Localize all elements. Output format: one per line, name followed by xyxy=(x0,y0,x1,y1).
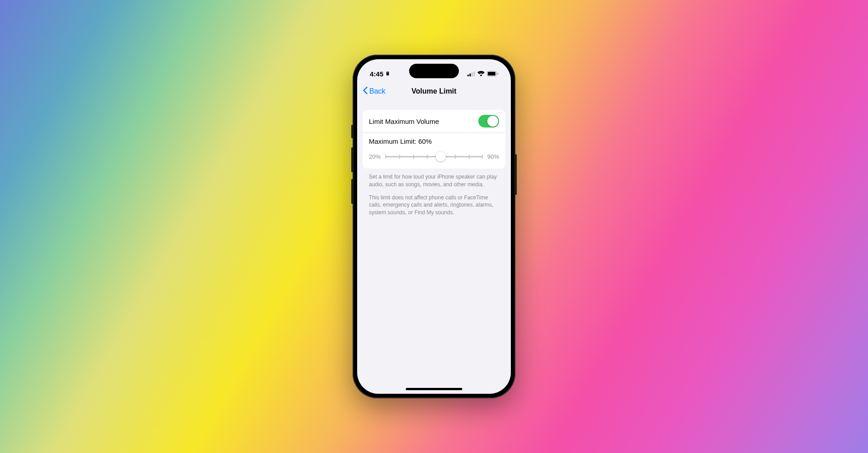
slider-tick xyxy=(455,155,456,159)
slider-section: Maximum Limit: 60% 20% xyxy=(363,133,505,169)
status-left: 4:45 xyxy=(370,70,390,78)
svg-rect-2 xyxy=(467,75,469,76)
max-limit-label: Maximum Limit: 60% xyxy=(369,137,499,145)
slider-tick xyxy=(413,155,414,159)
svg-rect-4 xyxy=(472,72,473,76)
slider-tick xyxy=(385,155,386,159)
svg-rect-7 xyxy=(488,72,495,76)
silent-switch xyxy=(351,125,353,138)
nav-bar: Back Volume Limit xyxy=(357,82,511,101)
slider-max-label: 90% xyxy=(487,153,499,160)
cellular-icon xyxy=(467,71,475,76)
limit-toggle-row: Limit Maximum Volume xyxy=(363,110,505,133)
slider-thumb[interactable] xyxy=(436,151,446,161)
back-label: Back xyxy=(369,87,386,95)
chevron-left-icon xyxy=(363,86,368,96)
dynamic-island xyxy=(409,64,459,78)
limit-toggle[interactable] xyxy=(478,115,499,127)
back-button[interactable]: Back xyxy=(363,86,386,96)
svg-rect-3 xyxy=(470,73,471,76)
slider-tick xyxy=(482,155,483,159)
status-time: 4:45 xyxy=(370,70,383,78)
volume-slider[interactable] xyxy=(385,151,483,161)
footer-text: Set a limit for how loud your iPhone spe… xyxy=(363,169,505,217)
slider-tick xyxy=(427,155,428,159)
settings-card: Limit Maximum Volume Maximum Limit: 60% … xyxy=(363,110,505,169)
phone-screen: 4:45 Bac xyxy=(357,59,511,394)
home-indicator[interactable] xyxy=(406,388,462,390)
toggle-knob xyxy=(487,116,498,127)
phone-frame: 4:45 Bac xyxy=(353,55,515,398)
svg-rect-5 xyxy=(474,71,475,76)
battery-icon xyxy=(487,71,498,76)
slider-track xyxy=(385,156,483,157)
slider-min-label: 20% xyxy=(369,153,381,160)
svg-rect-1 xyxy=(387,72,388,72)
volume-up-hw xyxy=(351,147,353,172)
svg-rect-8 xyxy=(497,73,498,75)
limit-toggle-label: Limit Maximum Volume xyxy=(369,118,439,125)
status-right xyxy=(467,71,498,76)
settings-content: Limit Maximum Volume Maximum Limit: 60% … xyxy=(357,101,511,217)
footer-p2: This limit does not affect phone calls o… xyxy=(369,194,499,217)
slider-tick xyxy=(469,155,470,159)
volume-down-hw xyxy=(351,179,353,204)
slider-tick xyxy=(399,155,400,159)
wifi-icon xyxy=(477,71,485,76)
volume-slider-container: 20% xyxy=(369,151,499,161)
svg-rect-0 xyxy=(387,71,389,75)
footer-p1: Set a limit for how loud your iPhone spe… xyxy=(369,173,499,189)
focus-icon xyxy=(385,70,390,78)
power-button-hw xyxy=(515,154,517,195)
